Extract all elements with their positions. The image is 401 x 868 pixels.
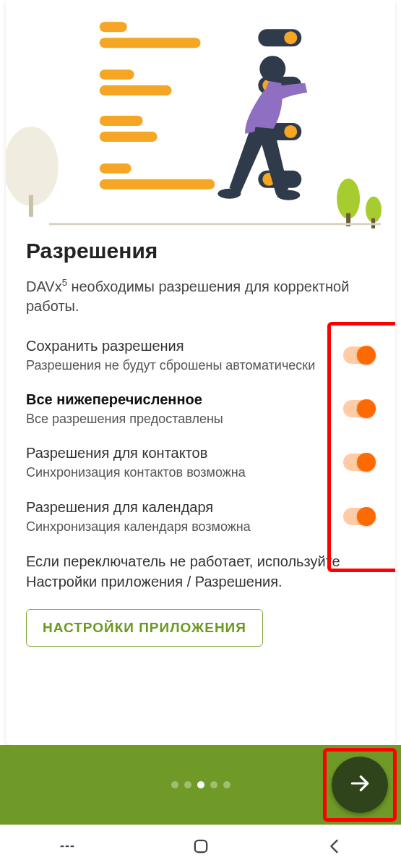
permission-toggle[interactable] [343, 400, 375, 417]
permission-desc: Синхронизация календаря возможна [26, 518, 332, 535]
page-title: Разрешения [26, 239, 375, 263]
svg-rect-1 [29, 195, 33, 217]
svg-point-0 [6, 127, 59, 206]
svg-rect-14 [100, 116, 143, 126]
svg-rect-11 [100, 85, 172, 95]
pager-dot[interactable] [171, 781, 178, 788]
permission-title: Все нижеперечисленное [26, 390, 332, 409]
permission-toggle[interactable] [343, 454, 375, 471]
onboarding-card: Разрешения DAVx5 необходимы разрешения д… [6, 0, 395, 745]
toggle-knob-icon [357, 346, 376, 365]
permission-title: Разрешения для календаря [26, 498, 332, 516]
system-nav-bar [0, 825, 401, 868]
svg-point-24 [277, 190, 300, 200]
svg-rect-10 [100, 69, 134, 80]
svg-point-2 [337, 179, 360, 219]
pager-dot[interactable] [223, 781, 230, 788]
permission-row: Сохранить разрешенияРазрешения не будут … [26, 336, 375, 374]
pager-dot[interactable] [184, 781, 191, 788]
page-subtitle: DAVx5 необходимы разрешения для корректн… [26, 276, 375, 316]
pager-dot[interactable] [197, 781, 204, 788]
permission-desc: Все разрешения предоставлены [26, 410, 332, 427]
svg-point-17 [284, 125, 297, 138]
permission-text: Все нижеперечисленноеВсе разрешения пред… [26, 390, 343, 427]
svg-rect-15 [100, 132, 158, 142]
pager-dots [171, 781, 230, 788]
permissions-list: Сохранить разрешенияРазрешения не будут … [26, 336, 375, 535]
permission-title: Сохранить разрешения [26, 336, 332, 355]
permission-desc: Разрешения не будут сброшены автоматичес… [26, 357, 332, 374]
svg-rect-18 [100, 163, 131, 174]
svg-rect-30 [194, 841, 206, 852]
pager-dot[interactable] [210, 781, 217, 788]
toggle-knob-icon [357, 399, 376, 418]
svg-rect-19 [100, 179, 215, 190]
screen: Разрешения DAVx5 необходимы разрешения д… [0, 0, 401, 868]
permission-title: Разрешения для контактов [26, 443, 332, 462]
permission-toggle[interactable] [343, 508, 375, 525]
svg-point-23 [217, 189, 241, 199]
permissions-illustration [6, 0, 395, 239]
arrow-right-icon [348, 772, 371, 798]
permission-row: Все нижеперечисленноеВсе разрешения пред… [26, 390, 375, 427]
onboarding-bottom-bar [0, 745, 401, 825]
content-area: Разрешения DAVx5 необходимы разрешения д… [6, 239, 395, 745]
permission-text: Разрешения для контактовСинхронизация ко… [26, 443, 343, 481]
svg-rect-6 [100, 22, 127, 32]
permissions-info-text: Если переключатель не работает, использу… [26, 551, 375, 592]
nav-recents-icon[interactable] [57, 836, 77, 856]
svg-point-9 [284, 31, 297, 44]
app-settings-button[interactable]: НАСТРОЙКИ ПРИЛОЖЕНИЯ [26, 609, 263, 647]
nav-back-icon[interactable] [324, 836, 345, 856]
svg-rect-7 [100, 38, 201, 48]
permission-desc: Синхронизация контактов возможна [26, 464, 332, 481]
toggle-knob-icon [357, 453, 376, 472]
next-fab[interactable] [332, 757, 388, 813]
permission-toggle[interactable] [343, 346, 375, 364]
toggle-knob-icon [357, 507, 376, 526]
svg-point-22 [259, 56, 285, 82]
permission-row: Разрешения для календаряСинхронизация ка… [26, 498, 375, 535]
nav-home-icon[interactable] [191, 836, 211, 856]
permission-row: Разрешения для контактовСинхронизация ко… [26, 443, 375, 481]
permission-text: Разрешения для календаряСинхронизация ка… [26, 498, 343, 535]
permission-text: Сохранить разрешенияРазрешения не будут … [26, 336, 343, 374]
